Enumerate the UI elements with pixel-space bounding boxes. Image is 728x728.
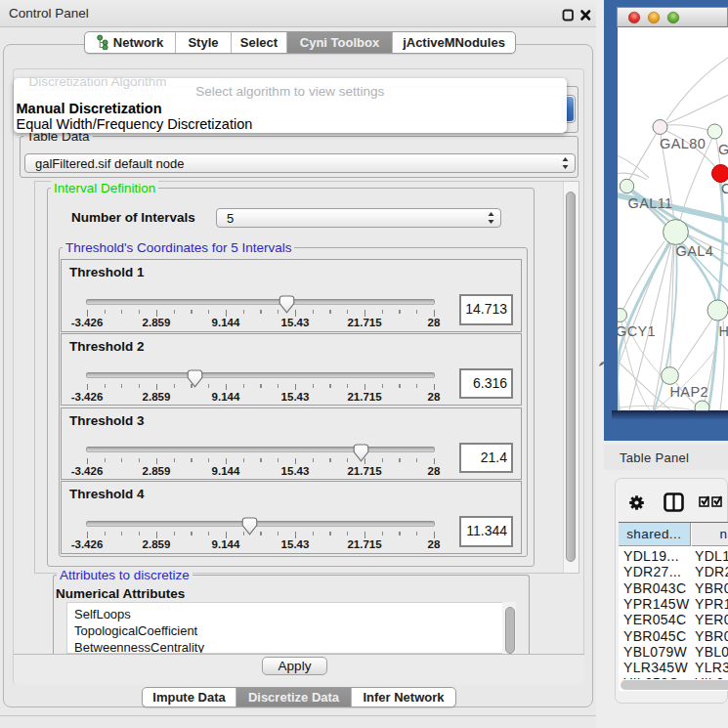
svg-text:GAL4: GAL4 bbox=[675, 243, 713, 259]
svg-text:H: H bbox=[718, 323, 728, 339]
svg-text:GA: GA bbox=[718, 142, 728, 157]
svg-text:GCY1: GCY1 bbox=[618, 323, 656, 339]
svg-text:GAL11: GAL11 bbox=[627, 195, 672, 211]
svg-text:GAL80: GAL80 bbox=[660, 136, 706, 151]
svg-text:C: C bbox=[721, 181, 728, 196]
svg-text:HAP2: HAP2 bbox=[669, 384, 707, 400]
